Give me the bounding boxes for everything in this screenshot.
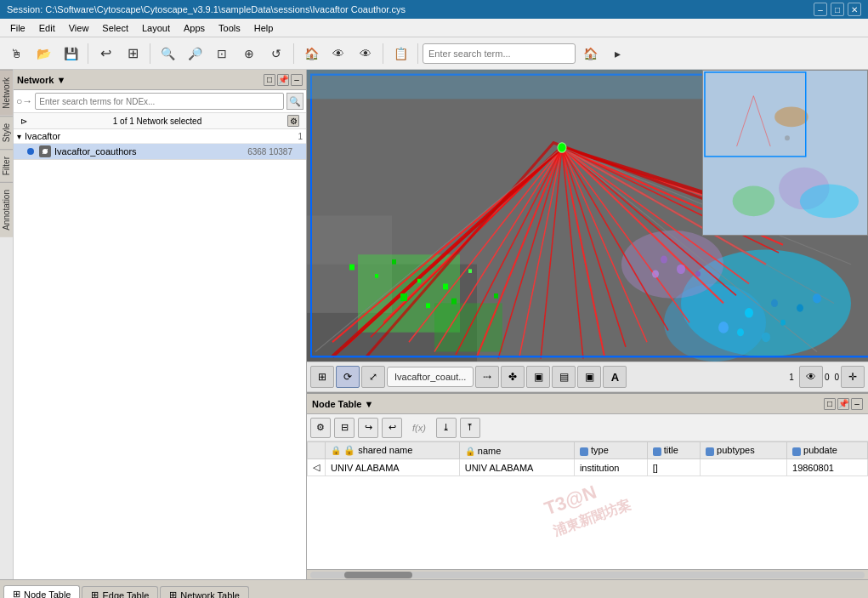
- scrollbar-thumb[interactable]: [344, 572, 412, 578]
- panel-detach-button[interactable]: □: [264, 74, 275, 86]
- table-close-button[interactable]: –: [851, 398, 863, 410]
- network-list: ▾ Ivacaftor 1 Ivacaftor_coauthors 6368 1…: [14, 129, 306, 579]
- svg-point-57: [661, 255, 667, 263]
- position-button[interactable]: ✛: [841, 366, 865, 388]
- panel-close-button[interactable]: –: [291, 74, 303, 86]
- hide-button[interactable]: 👁: [326, 42, 351, 65]
- expand-icon: ⊳: [20, 117, 27, 126]
- zoom-in-button[interactable]: 🔍: [155, 42, 180, 65]
- zoom-fit-button[interactable]: ⊡: [209, 42, 235, 65]
- table-import-button[interactable]: ↪: [358, 418, 378, 438]
- network-active-dot: [27, 148, 34, 155]
- svg-point-51: [718, 322, 729, 333]
- table-more-button[interactable]: ⤒: [460, 418, 480, 438]
- network-list-item[interactable]: Ivacaftor_coauthors 6368 10387: [14, 144, 306, 160]
- ndex-search-button[interactable]: 🔍: [286, 93, 304, 110]
- open-button[interactable]: 📂: [31, 42, 56, 65]
- home2-button[interactable]: 🏠: [577, 42, 603, 65]
- svg-rect-42: [417, 279, 421, 283]
- select-all-button[interactable]: ▣: [526, 366, 550, 388]
- sidebar-tab-network[interactable]: Network: [0, 70, 13, 116]
- edge-table-tab[interactable]: ⊞ Edge Table: [82, 586, 158, 598]
- graph-visualization: [307, 70, 868, 362]
- table-button[interactable]: ⊞: [120, 42, 145, 65]
- toolbar-separator-5: [417, 43, 418, 64]
- home-button[interactable]: 🏠: [298, 42, 324, 65]
- col-title[interactable]: title: [647, 442, 700, 459]
- bottom-tabs-bar: ⊞ Node Table ⊞ Edge Table ⊞ Network Tabl…: [0, 579, 868, 598]
- menu-apps[interactable]: Apps: [177, 21, 212, 35]
- window-controls: – □ ✕: [814, 3, 861, 16]
- menu-file[interactable]: File: [3, 21, 32, 35]
- edge-count-label: 0: [825, 373, 830, 382]
- network-panel-header: Network ▼ □ 📌 –: [14, 70, 306, 90]
- ndex-search-input[interactable]: [35, 93, 284, 110]
- table-columns-button[interactable]: ⊟: [334, 418, 355, 438]
- toolbar-separator-3: [293, 43, 294, 64]
- menu-edit[interactable]: Edit: [32, 21, 62, 35]
- sidebar-tab-filter[interactable]: Filter: [0, 149, 13, 182]
- refresh-button[interactable]: ↺: [264, 42, 289, 65]
- table-export-button[interactable]: ↩: [382, 418, 402, 438]
- search-input[interactable]: [423, 43, 576, 64]
- fullscreen-button[interactable]: ⤢: [361, 366, 385, 388]
- minimize-button[interactable]: –: [814, 3, 827, 16]
- menu-help[interactable]: Help: [247, 21, 281, 35]
- import-button[interactable]: ↩: [93, 42, 118, 65]
- zoom-100-button[interactable]: ⊕: [236, 42, 262, 65]
- node-table-content: 🔒 🔒 shared name 🔒 name type: [307, 441, 868, 569]
- col-name[interactable]: 🔒 name: [459, 442, 574, 459]
- settings-icon[interactable]: ⚙: [287, 115, 299, 127]
- show-button[interactable]: 👁: [353, 42, 378, 65]
- node-table-toolbar: ⚙ ⊟ ↪ ↩ f(x) ⤓ ⤒: [307, 414, 868, 441]
- table-detach-button[interactable]: □: [824, 398, 836, 410]
- network-table-tab[interactable]: ⊞ Network Table: [160, 586, 249, 598]
- menu-view[interactable]: View: [62, 21, 96, 35]
- edge-table-tab-icon: ⊞: [91, 589, 99, 598]
- menu-bar: File Edit View Select Layout Apps Tools …: [0, 19, 868, 37]
- panel-pin-button[interactable]: 📌: [277, 74, 289, 86]
- save-button[interactable]: 💾: [58, 42, 83, 65]
- sidebar-tab-annotation[interactable]: Annotation: [0, 182, 13, 237]
- annotation-button[interactable]: ▣: [577, 366, 601, 388]
- copy-button[interactable]: 📋: [388, 42, 413, 65]
- table-settings-button[interactable]: ⚙: [310, 418, 331, 438]
- node-table-header: Node Table ▼ □ 📌 –: [307, 394, 868, 414]
- table-pin-button[interactable]: 📌: [837, 398, 849, 410]
- svg-rect-46: [400, 293, 407, 301]
- col-pubdate[interactable]: pubdate: [787, 442, 868, 459]
- cross-button[interactable]: ✤: [501, 366, 525, 388]
- network-group-item[interactable]: ▾ Ivacaftor 1: [14, 129, 306, 144]
- grid-view-button[interactable]: ⊞: [310, 366, 334, 388]
- col-shared-name[interactable]: 🔒 🔒 shared name: [326, 442, 460, 459]
- col-type[interactable]: type: [574, 442, 647, 459]
- share-button[interactable]: ⟳: [336, 366, 360, 388]
- label-button[interactable]: A: [603, 366, 627, 388]
- col-pubtypes[interactable]: pubtypes: [701, 442, 787, 459]
- node-table-tab[interactable]: ⊞ Node Table: [3, 585, 80, 598]
- horizontal-scrollbar[interactable]: [307, 569, 868, 579]
- menu-select[interactable]: Select: [95, 21, 135, 35]
- hide-icon-button[interactable]: 👁: [799, 366, 823, 388]
- cursor-tool-button[interactable]: 🖱: [3, 42, 29, 65]
- menu-layout[interactable]: Layout: [135, 21, 177, 35]
- zoom-out-button[interactable]: 🔎: [182, 42, 207, 65]
- maximize-button[interactable]: □: [831, 3, 844, 16]
- network-panel: Network ▼ □ 📌 – ○→ 🔍 ⊳ 1 of 1 Network se…: [14, 70, 307, 579]
- toolbar-separator-4: [383, 43, 383, 64]
- svg-point-60: [652, 271, 659, 278]
- menu-tools[interactable]: Tools: [212, 21, 247, 35]
- sidebar-tab-style[interactable]: Style: [0, 116, 13, 149]
- export-button[interactable]: ⤏: [475, 366, 499, 388]
- network-info-row: ⊳ 1 of 1 Network selected ⚙: [14, 113, 306, 129]
- ndex-icon: ○→: [16, 95, 32, 107]
- more-button[interactable]: ▸: [604, 42, 630, 65]
- svg-point-52: [780, 320, 786, 326]
- svg-point-68: [800, 185, 859, 219]
- mini-overview: [702, 70, 868, 236]
- deselect-button[interactable]: ▤: [552, 366, 576, 388]
- graph-container[interactable]: [307, 70, 868, 362]
- formula-bar: f(x): [406, 423, 433, 433]
- close-button[interactable]: ✕: [848, 3, 861, 16]
- table-func-button[interactable]: ⤓: [436, 418, 457, 438]
